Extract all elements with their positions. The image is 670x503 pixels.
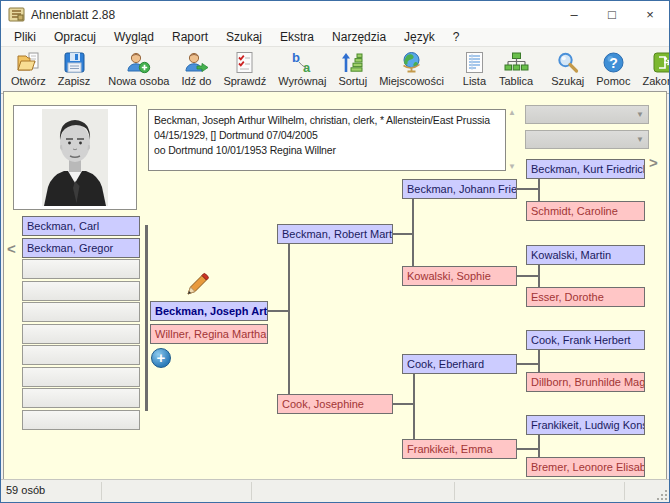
info-line: oo Dortmund 10/01/1953 Regina Willner: [154, 143, 500, 158]
node-great-grandfather-mmf[interactable]: Frankikeit, Ludwig Konsta: [526, 415, 645, 435]
nav-previous-arrow[interactable]: <: [7, 240, 16, 257]
node-spouse[interactable]: Willner, Regina Martha K: [150, 324, 268, 344]
nav-next-arrow[interactable]: >: [649, 154, 658, 171]
sort-button[interactable]: Sortuj: [332, 48, 373, 92]
app-logo-icon: [8, 6, 25, 23]
goto-person-button[interactable]: Idź do: [175, 48, 217, 92]
menu-opracuj[interactable]: Opracuj: [45, 29, 105, 45]
toolbar-label: Lista: [463, 75, 486, 87]
toolbar: Otwórz Zapisz Nowa osoba Idź do Sprawdź …: [1, 47, 669, 94]
node-paternal-grandfather[interactable]: Beckman, Johann Friedri: [402, 179, 517, 199]
sort-bars-icon: [340, 50, 365, 75]
new-person-button[interactable]: Nowa osoba: [102, 48, 175, 92]
menu-narzedzia[interactable]: Narzędzia: [323, 29, 395, 45]
spouse-combobox-1[interactable]: ▼: [525, 105, 649, 124]
menu-szukaj[interactable]: Szukaj: [217, 29, 271, 45]
empty-slot[interactable]: [22, 410, 140, 430]
toolbar-label: Sprawdź: [223, 75, 266, 87]
connector-line: [517, 448, 540, 450]
scroll-down-icon[interactable]: ▼: [508, 162, 516, 171]
empty-slot[interactable]: [22, 388, 140, 408]
check-list-icon: [232, 50, 257, 75]
toolbar-label: Szukaj: [551, 75, 584, 87]
search-magnifier-icon: [555, 50, 580, 75]
empty-slot[interactable]: [22, 324, 140, 344]
status-bar: 59 osób: [1, 479, 669, 502]
search-button[interactable]: Szukaj: [545, 48, 590, 92]
scroll-up-icon[interactable]: ▲: [508, 108, 516, 117]
node-maternal-grandfather[interactable]: Cook, Eberhard: [402, 354, 517, 374]
toolbar-label: Zapisz: [58, 75, 90, 87]
menu-raport[interactable]: Raport: [163, 29, 217, 45]
new-person-icon: [126, 50, 151, 75]
help-button[interactable]: ? Pomoc: [590, 48, 636, 92]
menu-help[interactable]: ?: [444, 29, 469, 45]
resize-grip[interactable]: [655, 488, 667, 500]
statusbar-separator: [101, 482, 102, 500]
align-button[interactable]: ba Wyrównaj: [272, 48, 332, 92]
list-button[interactable]: Lista: [456, 48, 493, 92]
table-button[interactable]: Tablica: [493, 48, 539, 92]
menu-wyglad[interactable]: Wygląd: [105, 29, 163, 45]
save-button[interactable]: Zapisz: [52, 48, 96, 92]
node-father[interactable]: Beckman, Robert Martin: [277, 224, 393, 244]
node-child-gregor[interactable]: Beckman, Gregor: [22, 238, 140, 258]
quit-button[interactable]: Zakończ: [636, 48, 670, 92]
close-button[interactable]: ×: [631, 1, 669, 28]
exit-icon: [651, 50, 670, 75]
align-ba-icon: ba: [290, 50, 315, 75]
chevron-down-icon: ▼: [636, 110, 644, 119]
places-globe-icon: [399, 50, 424, 75]
menu-ekstra[interactable]: Ekstra: [271, 29, 323, 45]
connector-line: [288, 244, 290, 394]
menu-pliki[interactable]: Pliki: [5, 29, 45, 45]
svg-text:?: ?: [609, 55, 618, 71]
spouse-combobox-2[interactable]: ▼: [525, 130, 649, 149]
svg-text:a: a: [303, 60, 311, 75]
node-great-grandmother-ffm[interactable]: Schmidt, Caroline: [526, 201, 645, 221]
places-button[interactable]: Miejscowości: [373, 48, 450, 92]
connector-line: [538, 265, 540, 287]
menu-bar: Pliki Opracuj Wygląd Raport Szukaj Ekstr…: [1, 28, 669, 47]
connector-line: [517, 363, 540, 365]
toolbar-label: Miejscowości: [379, 75, 444, 87]
save-floppy-icon: [62, 50, 87, 75]
toolbar-label: Idź do: [181, 75, 211, 87]
node-great-grandmother-mfm[interactable]: Dillborn, Brunhilde Maga: [526, 372, 645, 392]
node-paternal-grandmother[interactable]: Kowalski, Sophie: [402, 266, 517, 286]
menu-jezyk[interactable]: Język: [395, 29, 444, 45]
toolbar-label: Pomoc: [596, 75, 630, 87]
add-person-plus-icon[interactable]: +: [151, 348, 171, 368]
edit-pencil-icon[interactable]: [182, 270, 210, 298]
chevron-down-icon: ▼: [636, 135, 644, 144]
status-person-count: 59 osób: [6, 484, 45, 496]
connector-line: [538, 350, 540, 372]
person-photo[interactable]: [13, 105, 137, 210]
empty-slot[interactable]: [22, 345, 140, 365]
empty-slot[interactable]: [22, 281, 140, 301]
node-great-grandmother-fmm[interactable]: Esser, Dorothe: [526, 287, 645, 307]
node-great-grandmother-mmm[interactable]: Bremer, Leonore Elisabet: [526, 457, 645, 477]
connector-line: [412, 199, 414, 266]
window-controls: – □ ×: [555, 1, 669, 28]
empty-slot[interactable]: [22, 259, 140, 279]
node-great-grandfather-mff[interactable]: Cook, Frank Herbert: [526, 330, 645, 350]
check-button[interactable]: Sprawdź: [217, 48, 272, 92]
list-page-icon: [462, 50, 487, 75]
node-main-person[interactable]: Beckman, Joseph Arthu: [150, 301, 268, 321]
statusbar-separator: [624, 482, 625, 500]
node-great-grandfather-fmf[interactable]: Kowalski, Martin: [526, 245, 645, 265]
node-child-carl[interactable]: Beckman, Carl: [22, 216, 140, 236]
goto-person-icon: [184, 50, 209, 75]
maximize-button[interactable]: □: [593, 1, 631, 28]
minimize-button[interactable]: –: [555, 1, 593, 28]
tree-chart-icon: [504, 50, 529, 75]
empty-slot[interactable]: [22, 302, 140, 322]
node-great-grandfather-fff[interactable]: Beckman, Kurt Friedrich: [526, 159, 645, 179]
node-mother[interactable]: Cook, Josephine: [277, 394, 393, 414]
statusbar-separator: [251, 482, 252, 500]
open-button[interactable]: Otwórz: [5, 48, 52, 92]
node-maternal-grandmother[interactable]: Frankikeit, Emma: [402, 439, 517, 459]
person-info-panel[interactable]: Beckman, Joseph Arthur Wilhelm, christia…: [148, 109, 506, 171]
empty-slot[interactable]: [22, 367, 140, 387]
